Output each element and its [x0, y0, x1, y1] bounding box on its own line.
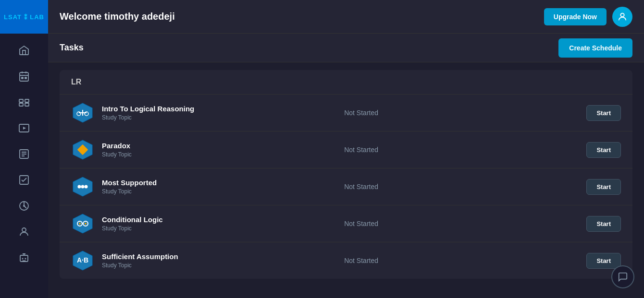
task-icon-2 [71, 175, 94, 198]
task-info-4: Sufficient Assumption Study Topic [102, 252, 336, 269]
start-button-2[interactable]: Start [586, 179, 621, 195]
svg-point-33 [85, 223, 87, 225]
svg-point-27 [81, 185, 85, 189]
svg-marker-8 [23, 127, 26, 130]
svg-rect-2 [25, 77, 26, 79]
task-type-0: Study Topic [102, 114, 336, 121]
avatar[interactable] [612, 7, 632, 27]
svg-text:A·B: A·B [77, 256, 88, 264]
section-label: LR [60, 70, 632, 95]
start-button-0[interactable]: Start [586, 105, 621, 121]
svg-point-26 [78, 185, 81, 189]
logo[interactable]: LSAT ⁑ LAB [0, 0, 48, 34]
svg-rect-3 [19, 99, 23, 102]
svg-rect-0 [20, 72, 28, 81]
chat-bubble[interactable] [611, 265, 634, 288]
logo-text: LSAT ⁑ LAB [4, 13, 44, 21]
task-status-3: Not Started [344, 220, 579, 227]
content-area: LR Intro To Logical Reasoning Study Topi… [48, 62, 644, 298]
create-schedule-button[interactable]: Create Schedule [558, 38, 632, 58]
svg-point-31 [79, 223, 81, 225]
task-type-4: Study Topic [102, 262, 336, 269]
flashcards-icon [18, 96, 30, 108]
header: Welcome timothy adedeji Upgrade Now [48, 0, 644, 34]
tasks-icon [18, 148, 30, 160]
sidebar-item-flashcards[interactable] [10, 90, 38, 114]
sidebar-item-bot[interactable] [10, 246, 38, 270]
sidebar-nav [0, 34, 48, 274]
task-type-3: Study Topic [102, 225, 336, 232]
analytics-icon [18, 200, 30, 212]
calendar-icon [18, 71, 30, 82]
task-row: Conditional Logic Study Topic Not Starte… [60, 205, 632, 242]
svg-rect-5 [19, 103, 23, 106]
task-row: Paradox Study Topic Not Started Start [60, 131, 632, 168]
subheader: Tasks Create Schedule [48, 34, 644, 62]
task-row: Intro To Logical Reasoning Study Topic N… [60, 95, 632, 131]
task-status-0: Not Started [344, 109, 579, 117]
task-icon-4: A·B [71, 249, 94, 272]
task-type-1: Study Topic [102, 151, 336, 158]
task-name-4: Sufficient Assumption [102, 252, 336, 261]
start-button-4[interactable]: Start [586, 253, 621, 269]
bot-icon [18, 252, 30, 263]
sidebar-item-calendar[interactable] [10, 64, 38, 88]
upgrade-button[interactable]: Upgrade Now [544, 8, 607, 25]
sidebar-item-analytics[interactable] [10, 194, 38, 218]
sidebar-item-checklist[interactable] [10, 168, 38, 192]
task-name-1: Paradox [102, 142, 336, 150]
svg-rect-4 [25, 99, 29, 102]
svg-point-13 [22, 228, 26, 232]
task-name-0: Intro To Logical Reasoning [102, 105, 336, 113]
task-icon-3 [71, 212, 94, 235]
main-content: Welcome timothy adedeji Upgrade Now Task… [48, 0, 644, 298]
sidebar-item-tasks[interactable] [10, 142, 38, 166]
task-row: A·B Sufficient Assumption Study Topic No… [60, 242, 632, 279]
home-icon [18, 45, 30, 56]
task-list: Intro To Logical Reasoning Study Topic N… [60, 95, 632, 279]
task-name-2: Most Supported [102, 179, 336, 187]
task-row: Most Supported Study Topic Not Started S… [60, 168, 632, 205]
task-icon-0 [71, 101, 94, 124]
sidebar-item-profile[interactable] [10, 220, 38, 244]
task-status-2: Not Started [344, 183, 579, 191]
task-info-0: Intro To Logical Reasoning Study Topic [102, 105, 336, 121]
task-info-3: Conditional Logic Study Topic [102, 215, 336, 232]
task-info-2: Most Supported Study Topic [102, 179, 336, 195]
header-actions: Upgrade Now [544, 7, 632, 27]
svg-point-28 [85, 185, 88, 189]
video-icon [18, 122, 30, 134]
checklist-icon [18, 174, 30, 186]
sidebar: LSAT ⁑ LAB [0, 0, 48, 298]
profile-icon [18, 226, 30, 238]
task-status-4: Not Started [344, 257, 579, 264]
svg-point-12 [23, 205, 25, 207]
svg-point-15 [22, 258, 24, 260]
tasks-label: Tasks [60, 43, 558, 53]
task-status-1: Not Started [344, 146, 579, 154]
sidebar-item-video[interactable] [10, 116, 38, 140]
page-title: Welcome timothy adedeji [60, 11, 544, 22]
tasks-panel: LR Intro To Logical Reasoning Study Topi… [60, 70, 632, 279]
task-icon-1 [71, 138, 94, 161]
start-button-3[interactable]: Start [586, 216, 621, 232]
start-button-1[interactable]: Start [586, 142, 621, 158]
svg-point-17 [620, 13, 624, 16]
svg-rect-6 [25, 103, 29, 106]
user-icon [617, 12, 628, 22]
task-info-1: Paradox Study Topic [102, 142, 336, 158]
svg-point-16 [25, 258, 26, 260]
task-type-2: Study Topic [102, 188, 336, 195]
task-name-3: Conditional Logic [102, 215, 336, 224]
sidebar-item-home[interactable] [10, 38, 38, 62]
svg-rect-1 [22, 77, 23, 79]
chat-icon [618, 272, 628, 282]
